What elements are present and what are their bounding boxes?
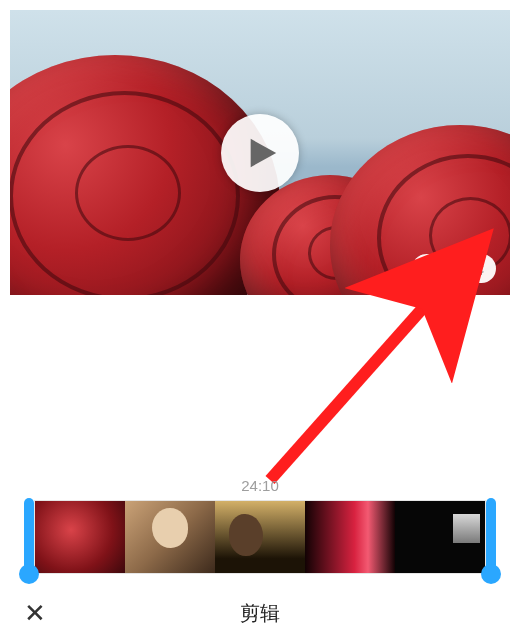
trim-knob-right[interactable]: [481, 564, 501, 584]
timeline[interactable]: [10, 500, 510, 580]
play-icon: [245, 136, 279, 170]
close-button[interactable]: ✕: [0, 600, 70, 626]
bottom-bar: ✕ 剪辑: [0, 588, 520, 638]
svg-line-0: [270, 300, 430, 480]
timeline-thumb[interactable]: [305, 501, 395, 573]
page-title: 剪辑: [70, 600, 450, 627]
timeline-thumb[interactable]: [395, 501, 485, 573]
timeline-thumb[interactable]: [215, 501, 305, 573]
video-preview: 自动剪辑: [10, 10, 510, 295]
timeline-track[interactable]: [34, 500, 486, 574]
timeline-thumb[interactable]: [125, 501, 215, 573]
play-button[interactable]: [221, 114, 299, 192]
tutorial-arrow-overlay: [260, 280, 490, 490]
duration-label: 24:10: [0, 477, 520, 494]
timeline-thumb[interactable]: [35, 501, 125, 573]
trim-knob-left[interactable]: [19, 564, 39, 584]
arrow-icon: [260, 280, 490, 490]
auto-clip-button[interactable]: 自动剪辑: [412, 254, 496, 283]
